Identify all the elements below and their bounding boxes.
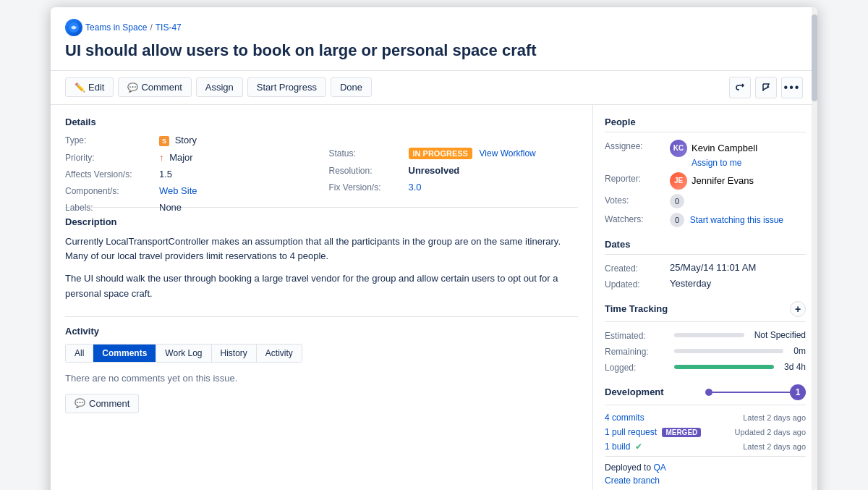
project-icon [65, 19, 82, 36]
assignee-row: Assignee: KC Kevin Campbell Assign to me [605, 140, 806, 168]
reporter-label: Reporter: [605, 172, 670, 190]
created-row: Created: 25/May/14 11:01 AM [605, 262, 806, 274]
start-watching-link[interactable]: Start watching this issue [690, 215, 783, 225]
activity-section: Activity All Comments Work Log History A… [65, 326, 578, 413]
start-progress-button[interactable]: Start Progress [247, 77, 326, 97]
labels-label: Labels: [65, 202, 159, 213]
build-link[interactable]: 1 build [605, 442, 630, 452]
time-tracking-title: Time Tracking [605, 303, 668, 314]
tab-activity[interactable]: Activity [257, 345, 302, 362]
scrollbar-thumb[interactable] [812, 14, 817, 101]
description-title: Description [65, 216, 578, 227]
tab-all[interactable]: All [66, 345, 93, 362]
resolution-value: Unresolved [409, 165, 579, 176]
build-check-icon: ✔ [635, 442, 642, 452]
activity-title: Activity [65, 326, 578, 337]
labels-value: None [159, 202, 578, 213]
assignee-avatar: KC [670, 140, 687, 157]
tab-worklog[interactable]: Work Log [156, 345, 211, 362]
add-comment-button[interactable]: 💬 Comment [65, 394, 139, 413]
flag-button[interactable] [755, 77, 777, 98]
edit-button[interactable]: ✏️ Edit [65, 77, 114, 97]
scrollbar[interactable] [812, 7, 817, 490]
status-badge: IN PROGRESS [409, 148, 472, 159]
status-col-label: Status: [329, 148, 409, 159]
create-branch-link[interactable]: Create branch [605, 476, 660, 486]
estimated-bar [674, 333, 744, 337]
project-link[interactable]: Teams in Space [85, 22, 147, 33]
merged-badge: MERGED [662, 428, 701, 437]
estimated-value: Not Specified [754, 330, 806, 340]
time-tracking-header: Time Tracking + [605, 301, 806, 322]
watchers-badge: 0 [670, 213, 684, 227]
remaining-value: 0m [793, 346, 806, 356]
assignee-label: Assignee: [605, 140, 670, 168]
share-button[interactable] [729, 77, 751, 98]
votes-value: 0 [670, 194, 806, 208]
updated-value: Yesterday [670, 278, 806, 290]
pull-request-link[interactable]: 1 pull request [605, 427, 657, 437]
development-section: Development 1 4 commits Latest 2 days ag… [605, 384, 806, 486]
dates-title: Dates [605, 239, 806, 255]
toolbar: ✏️ Edit 💬 Comment Assign Start Progress … [51, 71, 817, 105]
status-col-value: IN PROGRESS View Workflow [409, 148, 579, 159]
comment-btn-icon: 💬 [75, 398, 85, 408]
deployed-text: Deployed to QA [605, 462, 806, 473]
dev-connector-dot [705, 389, 712, 396]
activity-tabs: All Comments Work Log History Activity [65, 344, 302, 363]
view-workflow-link[interactable]: View Workflow [480, 148, 536, 159]
edit-icon: ✏️ [75, 83, 85, 93]
reporter-avatar: JE [670, 172, 687, 190]
created-value: 25/May/14 11:01 AM [670, 262, 806, 274]
development-title: Development [605, 386, 705, 397]
issue-id-link[interactable]: TIS-47 [156, 22, 182, 33]
dates-section: Dates Created: 25/May/14 11:01 AM Update… [605, 239, 806, 290]
comment-button[interactable]: 💬 Comment [118, 77, 191, 97]
commits-link[interactable]: 4 commits [605, 413, 644, 423]
reporter-value: JE Jennifer Evans [670, 172, 806, 190]
details-section-title: Details [65, 117, 578, 127]
votes-row: Votes: 0 [605, 194, 806, 208]
updated-label: Updated: [605, 278, 670, 290]
more-options-button[interactable]: ••• [781, 77, 803, 98]
dev-connector-line [712, 392, 790, 393]
no-comments-text: There are no comments yet on this issue. [65, 373, 578, 384]
remaining-label: Remaining: [605, 345, 670, 357]
estimated-label: Estimated: [605, 329, 670, 341]
reporter-row: Reporter: JE Jennifer Evans [605, 172, 806, 190]
time-tracking-section: Time Tracking + Estimated: Not Specified… [605, 301, 806, 373]
description-paragraph2: The UI should walk the user through book… [65, 271, 578, 302]
breadcrumb-separator: / [150, 22, 152, 33]
build-item: 1 build ✔ Latest 2 days ago [605, 442, 806, 452]
logged-bar [674, 365, 774, 369]
people-title: People [605, 117, 806, 132]
comment-icon: 💬 [127, 83, 138, 93]
deployed-env-link[interactable]: QA [653, 462, 665, 473]
tab-comments[interactable]: Comments [93, 345, 156, 362]
description-paragraph1: Currently LocalTransportController makes… [65, 235, 578, 265]
created-label: Created: [605, 262, 670, 274]
assign-button[interactable]: Assign [196, 77, 243, 97]
watchers-row: Watchers: 0 Start watching this issue [605, 213, 806, 227]
resolution-label: Resolution: [329, 165, 409, 176]
fix-version-value: 3.0 [409, 182, 579, 193]
type-label: Type: [65, 135, 159, 146]
add-time-button[interactable]: + [790, 301, 806, 317]
votes-badge: 0 [670, 194, 684, 208]
assignee-value: KC Kevin Campbell Assign to me [670, 140, 806, 168]
pull-request-time: Updated 2 days ago [735, 428, 806, 436]
fix-version-label: Fix Version/s: [329, 182, 409, 193]
dev-badge: 1 [790, 384, 806, 400]
done-button[interactable]: Done [331, 77, 372, 97]
story-icon: S [159, 136, 169, 146]
deployed-section: Deployed to QA Create branch [605, 456, 806, 486]
type-value: S Story [159, 135, 578, 146]
watchers-label: Watchers: [605, 213, 670, 227]
breadcrumb: Teams in Space / TIS-47 [65, 19, 803, 36]
tab-history[interactable]: History [212, 345, 257, 362]
logged-value: 3d 4h [784, 362, 806, 372]
assign-to-me-link[interactable]: Assign to me [692, 158, 741, 168]
votes-label: Votes: [605, 194, 670, 208]
commits-time: Latest 2 days ago [743, 413, 806, 422]
issue-title: UI should allow users to book on large o… [65, 41, 803, 62]
